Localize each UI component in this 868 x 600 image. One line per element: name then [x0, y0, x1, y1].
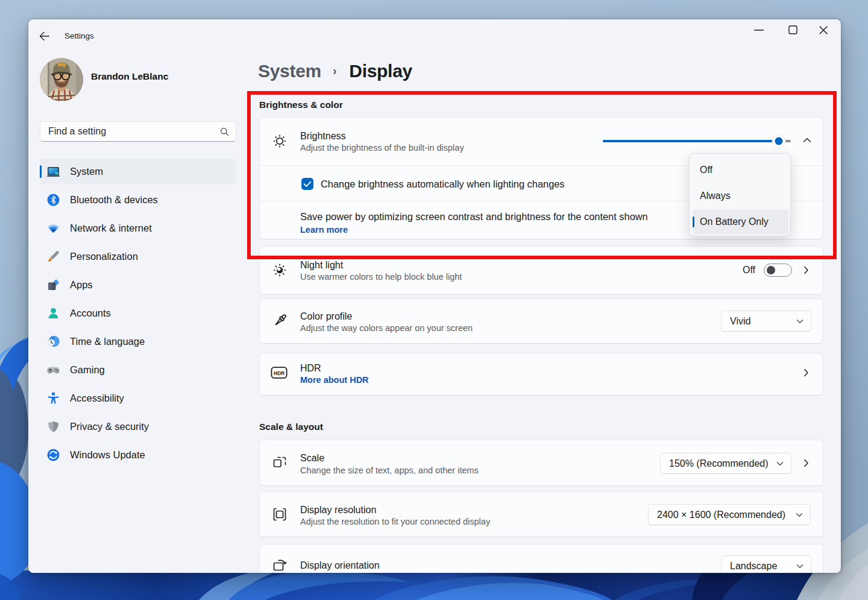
svg-text:HDR: HDR — [274, 370, 285, 376]
